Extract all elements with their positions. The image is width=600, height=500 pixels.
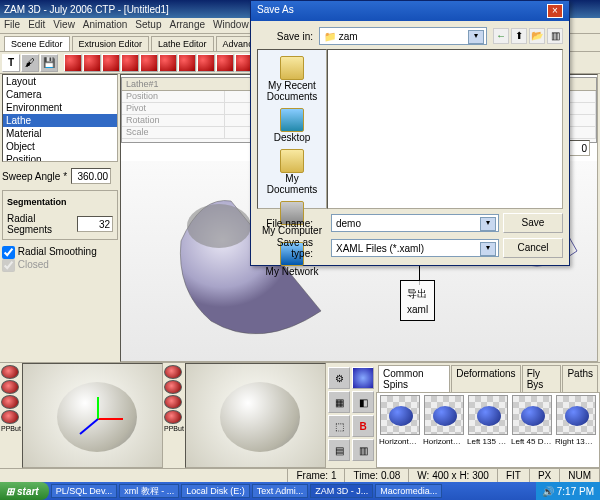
taskbar: ⊞start PL/SQL Dev... xml 教程 - ... Local … — [0, 482, 600, 500]
close-icon[interactable]: × — [547, 4, 563, 18]
taskbar-item[interactable]: ZAM 3D - J... — [310, 484, 373, 498]
status-px[interactable]: PX — [530, 469, 560, 482]
gear-icon[interactable]: ⚙ — [328, 367, 350, 389]
light-icon[interactable] — [164, 380, 182, 394]
status-num: NUM — [560, 469, 600, 482]
spin-item[interactable]: Horizontal Le — [379, 395, 421, 465]
spin-item[interactable]: Left 45 Degr — [511, 395, 553, 465]
menu-arrange[interactable]: Arrange — [169, 19, 205, 32]
hierarchy-item[interactable]: Layout — [3, 75, 117, 88]
menu-edit[interactable]: Edit — [28, 19, 45, 32]
tool-icon[interactable]: ▥ — [352, 439, 374, 461]
spins-tab-deformations[interactable]: Deformations — [451, 365, 520, 392]
documents-icon — [280, 149, 304, 173]
place-recent[interactable]: My Recent Documents — [260, 56, 324, 102]
tab-extrusion-editor[interactable]: Extrusion Editor — [72, 36, 150, 51]
prop-row: Position — [122, 91, 172, 102]
text-tool-icon[interactable]: T — [2, 54, 20, 72]
globe-icon[interactable] — [352, 367, 374, 389]
saveastype-combo[interactable]: XAML Files (*.xaml) — [331, 239, 499, 257]
light-icon[interactable] — [1, 380, 19, 394]
radial-smoothing-checkbox[interactable]: Radial Smoothing — [2, 246, 97, 257]
tool-icon[interactable]: ◧ — [352, 391, 374, 413]
file-list[interactable] — [327, 49, 563, 209]
spin-item[interactable]: Horizontal Ri — [423, 395, 465, 465]
menu-file[interactable]: File — [4, 19, 20, 32]
taskbar-item[interactable]: Text Admi... — [252, 484, 309, 498]
light-buttons: PPBut — [0, 363, 22, 468]
primitive-icon[interactable] — [140, 54, 158, 72]
taskbar-item[interactable]: Macromedia... — [375, 484, 442, 498]
mid-tools: ⚙ ▦◧ ⬚B ▤▥ — [326, 363, 376, 468]
paint-tool-icon[interactable]: 🖌 — [21, 54, 39, 72]
light-buttons: PPBut — [163, 363, 185, 468]
preview-2[interactable] — [185, 363, 326, 468]
taskbar-item[interactable]: Local Disk (E:) — [181, 484, 250, 498]
savein-label: Save in: — [257, 31, 313, 42]
hierarchy-item[interactable]: Object — [3, 140, 117, 153]
dialog-titlebar[interactable]: Save As × — [251, 1, 569, 21]
light-icon[interactable] — [1, 365, 19, 379]
radial-segments-value[interactable]: 32 — [77, 216, 113, 232]
hierarchy-list[interactable]: Layout Camera Environment Lathe Material… — [2, 74, 118, 162]
tab-scene-editor[interactable]: Scene Editor — [4, 36, 70, 51]
primitive-icon[interactable] — [159, 54, 177, 72]
hierarchy-item[interactable]: Environment — [3, 101, 117, 114]
system-tray[interactable]: 🔊7:17 PM — [536, 482, 600, 500]
menu-window[interactable]: Window — [213, 19, 249, 32]
tool-icon[interactable]: ▦ — [328, 391, 350, 413]
hierarchy-item-selected[interactable]: Lathe — [3, 114, 117, 127]
start-button[interactable]: ⊞start — [0, 482, 49, 500]
primitive-icon[interactable] — [121, 54, 139, 72]
menu-setup[interactable]: Setup — [135, 19, 161, 32]
place-mydocs[interactable]: My Documents — [260, 149, 324, 195]
newfolder-icon[interactable]: 📂 — [529, 28, 545, 44]
spin-item[interactable]: Left 135 Deg — [467, 395, 509, 465]
primitive-icon[interactable] — [178, 54, 196, 72]
spins-panel: Common Spins Deformations Fly Bys Paths … — [376, 363, 600, 468]
sweep-value[interactable]: 360.00 — [71, 168, 111, 184]
preview-1[interactable] — [22, 363, 163, 468]
menu-view[interactable]: View — [53, 19, 75, 32]
tab-lathe-editor[interactable]: Lathe Editor — [151, 36, 214, 51]
closed-checkbox[interactable]: Closed — [2, 259, 49, 270]
hierarchy-item[interactable]: Position — [3, 153, 117, 162]
taskbar-item[interactable]: PL/SQL Dev... — [51, 484, 118, 498]
beta-icon[interactable]: B — [352, 415, 374, 437]
spins-tab-flybys[interactable]: Fly Bys — [522, 365, 562, 392]
primitive-icon[interactable] — [216, 54, 234, 72]
tray-icon[interactable]: 🔊 — [542, 486, 554, 497]
hierarchy-item[interactable]: Material — [3, 127, 117, 140]
filename-input[interactable]: demo — [331, 214, 499, 232]
spins-tab-paths[interactable]: Paths — [562, 365, 598, 392]
back-icon[interactable]: ← — [493, 28, 509, 44]
light-icon[interactable] — [1, 410, 19, 424]
clock: 7:17 PM — [557, 486, 594, 497]
light-icon[interactable] — [164, 395, 182, 409]
up-icon[interactable]: ⬆ — [511, 28, 527, 44]
hierarchy-item[interactable]: Camera — [3, 88, 117, 101]
light-icon[interactable] — [1, 395, 19, 409]
tool-icon[interactable]: ⬚ — [328, 415, 350, 437]
spin-thumb-icon — [380, 395, 420, 435]
spins-tab-common[interactable]: Common Spins — [378, 365, 450, 392]
tool-icon[interactable]: ▤ — [328, 439, 350, 461]
light-icon[interactable] — [164, 365, 182, 379]
views-icon[interactable]: ▥ — [547, 28, 563, 44]
primitive-icon[interactable] — [83, 54, 101, 72]
spin-thumb-icon — [468, 395, 508, 435]
light-icon[interactable] — [164, 410, 182, 424]
primitive-icon[interactable] — [197, 54, 215, 72]
place-desktop[interactable]: Desktop — [274, 108, 311, 143]
savein-combo[interactable]: 📁 zam — [319, 27, 487, 45]
spin-item[interactable]: Right 135 De — [555, 395, 597, 465]
save-icon[interactable]: 💾 — [40, 54, 58, 72]
cancel-button[interactable]: Cancel — [503, 238, 563, 258]
left-panel: Layout Camera Environment Lathe Material… — [2, 74, 118, 272]
status-fit[interactable]: FIT — [498, 469, 530, 482]
menu-animation[interactable]: Animation — [83, 19, 127, 32]
taskbar-item[interactable]: xml 教程 - ... — [119, 484, 179, 498]
save-button[interactable]: Save — [503, 213, 563, 233]
primitive-icon[interactable] — [64, 54, 82, 72]
primitive-icon[interactable] — [102, 54, 120, 72]
